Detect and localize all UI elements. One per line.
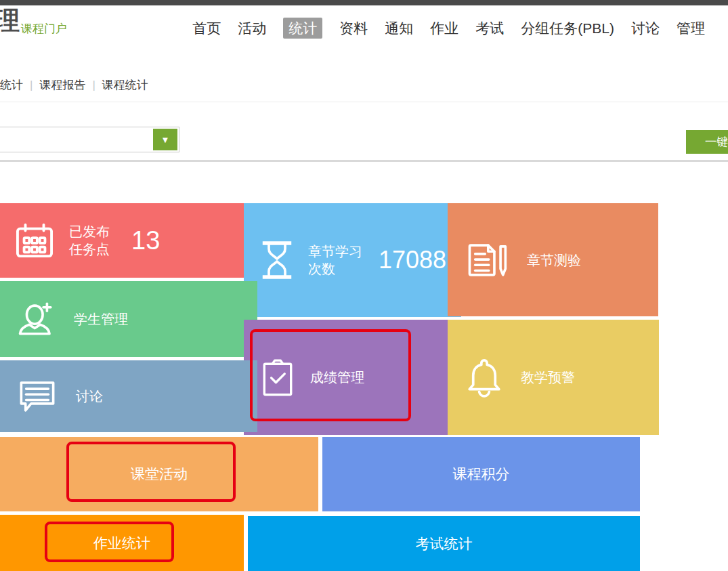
tile-label: 课堂活动 xyxy=(131,465,188,483)
tile-discussion[interactable]: 讨论 xyxy=(0,360,257,432)
person-plus-icon xyxy=(17,301,56,337)
tile-chapter-quiz[interactable]: 章节测验 xyxy=(448,203,658,316)
nav-item-pbl[interactable]: 分组任务(PBL) xyxy=(521,21,614,35)
breadcrumb-course-report[interactable]: 课程报告 xyxy=(39,77,85,93)
tile-label: 讨论 xyxy=(76,387,103,405)
breadcrumb-course-stats[interactable]: 课程统计 xyxy=(102,77,148,93)
tile-chapter-study-count[interactable]: 章节学习 次数 17088 xyxy=(244,203,461,317)
breadcrumb: 统计 | 课程报告 | 课程统计 xyxy=(0,77,148,93)
tile-label: 作业统计 xyxy=(93,534,150,552)
tile-homework-stats[interactable]: 作业统计 xyxy=(0,515,244,571)
breadcrumb-separator: | xyxy=(30,79,33,92)
clipboard-check-icon xyxy=(261,358,294,397)
tile-course-points[interactable]: 课程积分 xyxy=(322,437,640,511)
tile-label: 学生管理 xyxy=(74,310,128,328)
tile-label: 成绩管理 xyxy=(310,368,364,386)
tile-label: 考试统计 xyxy=(416,534,473,553)
site-logo: 理 xyxy=(0,8,20,33)
breadcrumb-statistics[interactable]: 统计 xyxy=(0,77,23,93)
chevron-down-icon: ▼ xyxy=(161,135,170,145)
tile-label: 已发布 任务点 xyxy=(69,223,110,258)
tile-exam-stats[interactable]: 考试统计 xyxy=(248,516,640,571)
nav-item-activity[interactable]: 活动 xyxy=(238,21,266,35)
calendar-icon xyxy=(15,222,54,259)
main-nav: 首页 活动 统计 资料 通知 作业 考试 分组任务(PBL) 讨论 管理 xyxy=(192,18,705,39)
document-pen-icon xyxy=(466,241,508,279)
nav-item-homework[interactable]: 作业 xyxy=(430,21,458,35)
divider xyxy=(0,160,728,162)
bell-icon xyxy=(467,357,502,398)
nav-item-notices[interactable]: 通知 xyxy=(385,21,413,35)
tile-teaching-alert[interactable]: 教学预警 xyxy=(448,320,659,435)
tile-label: 章节测验 xyxy=(527,251,581,269)
tile-student-management[interactable]: 学生管理 xyxy=(0,281,257,357)
top-window-bar xyxy=(0,0,728,5)
speech-bubble-icon xyxy=(17,379,58,414)
nav-item-home[interactable]: 首页 xyxy=(192,21,221,35)
page: 理 课程门户 首页 活动 统计 资料 通知 作业 考试 分组任务(PBL) 讨论… xyxy=(0,0,728,571)
breadcrumb-separator: | xyxy=(92,79,95,92)
nav-item-discussion[interactable]: 讨论 xyxy=(631,21,660,35)
tile-label: 课程积分 xyxy=(453,465,510,483)
tile-label: 教学预警 xyxy=(521,368,575,386)
divider xyxy=(0,102,728,102)
tile-published-task-points[interactable]: 已发布 任务点 13 xyxy=(0,203,255,278)
published-task-count: 13 xyxy=(131,228,160,253)
nav-item-manage[interactable]: 管理 xyxy=(677,21,705,35)
nav-item-exams[interactable]: 考试 xyxy=(475,21,504,35)
one-click-export-button[interactable]: 一键 xyxy=(686,130,728,154)
tile-grade-management[interactable]: 成绩管理 xyxy=(244,320,462,435)
class-select-dropdown[interactable]: ▼ xyxy=(0,127,179,152)
course-portal-link[interactable]: 课程门户 xyxy=(21,21,67,37)
dropdown-arrow-button[interactable]: ▼ xyxy=(153,129,177,150)
chapter-study-count: 17088 xyxy=(379,248,446,272)
nav-item-statistics[interactable]: 统计 xyxy=(283,18,322,39)
hourglass-icon xyxy=(261,240,293,280)
tile-class-activity[interactable]: 课堂活动 xyxy=(0,437,318,511)
nav-item-materials[interactable]: 资料 xyxy=(339,21,368,35)
tile-label: 章节学习 次数 xyxy=(308,242,362,278)
